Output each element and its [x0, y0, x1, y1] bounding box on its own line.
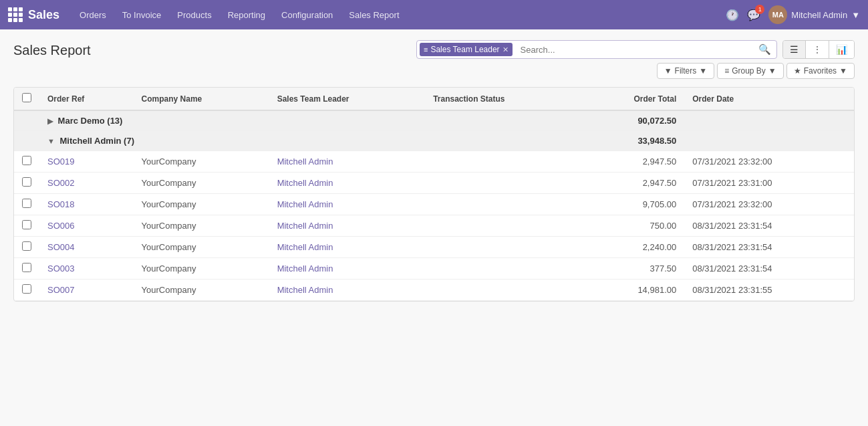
row-order-ref[interactable]: SO002	[39, 173, 134, 194]
row-checkbox[interactable]	[22, 199, 31, 208]
search-bar: ≡ Sales Team Leader ✕ 🔍	[416, 40, 777, 59]
view-toggles: ☰ ⋮ 📊	[782, 40, 855, 59]
row-status	[425, 215, 581, 237]
row-leader[interactable]: Mitchell Admin	[269, 215, 425, 237]
nav-orders[interactable]: Orders	[73, 6, 113, 24]
nav-products[interactable]: Products	[170, 6, 218, 24]
nav-to-invoice[interactable]: To Invoice	[116, 6, 168, 24]
row-date: 07/31/2021 23:31:00	[684, 173, 854, 194]
select-all-checkbox[interactable]	[22, 93, 31, 102]
user-dropdown-icon: ▼	[851, 10, 860, 20]
nav-reporting[interactable]: Reporting	[221, 6, 272, 24]
group-label[interactable]: ▶ Marc Demo (13)	[39, 110, 581, 131]
group-expand-icon: ▼	[47, 137, 55, 145]
filter-tag-sales-team-leader[interactable]: ≡ Sales Team Leader ✕	[420, 43, 513, 56]
row-date: 08/31/2021 23:31:55	[684, 280, 854, 301]
row-order-ref[interactable]: SO019	[39, 151, 134, 173]
col-transaction-status[interactable]: Transaction Status	[425, 88, 581, 110]
avatar: MA	[768, 5, 787, 24]
row-status	[425, 151, 581, 173]
nav-configuration[interactable]: Configuration	[275, 6, 339, 24]
col-company-name[interactable]: Company Name	[134, 88, 269, 110]
row-order-ref[interactable]: SO018	[39, 194, 134, 215]
row-status	[425, 173, 581, 194]
row-order-ref[interactable]: SO006	[39, 215, 134, 237]
row-checkbox[interactable]	[22, 156, 31, 165]
group-row[interactable]: ▼ Mitchell Admin (7) 33,948.50	[14, 131, 854, 151]
filters-button[interactable]: ▼ Filters ▼	[657, 63, 714, 79]
group-checkbox-col	[14, 131, 39, 151]
row-checkbox[interactable]	[22, 284, 31, 294]
favorites-dropdown-icon: ▼	[839, 66, 847, 76]
group-row[interactable]: ▶ Marc Demo (13) 90,072.50	[14, 110, 854, 131]
row-date: 08/31/2021 23:31:54	[684, 237, 854, 258]
row-leader[interactable]: Mitchell Admin	[269, 280, 425, 301]
remove-filter-tag-icon[interactable]: ✕	[502, 45, 509, 54]
row-leader[interactable]: Mitchell Admin	[269, 173, 425, 194]
table-row: SO004 YourCompany Mitchell Admin 2,240.0…	[14, 237, 854, 258]
row-total: 2,240.00	[581, 237, 684, 258]
main-content: Sales Report ≡ Sales Team Leader ✕ 🔍 ☰ ⋮…	[0, 29, 868, 426]
grid-icon	[8, 7, 23, 22]
favorites-label: Favorites	[804, 66, 837, 76]
row-checkbox[interactable]	[22, 177, 31, 187]
page-title: Sales Report	[13, 40, 91, 58]
group-date-col	[684, 131, 854, 151]
col-order-ref[interactable]: Order Ref	[39, 88, 134, 110]
col-sales-team-leader[interactable]: Sales Team Leader	[269, 88, 425, 110]
nav-sales-report[interactable]: Sales Report	[342, 6, 406, 24]
row-total: 14,981.00	[581, 280, 684, 301]
group-date-col	[684, 110, 854, 131]
star-icon: ★	[794, 66, 801, 76]
row-status	[425, 280, 581, 301]
row-checkbox-col	[14, 237, 39, 258]
row-checkbox[interactable]	[22, 263, 31, 272]
row-order-ref[interactable]: SO004	[39, 237, 134, 258]
row-leader[interactable]: Mitchell Admin	[269, 151, 425, 173]
table-row: SO002 YourCompany Mitchell Admin 2,947.5…	[14, 173, 854, 194]
row-company: YourCompany	[134, 215, 269, 237]
brand-name: Sales	[28, 8, 59, 22]
col-order-date[interactable]: Order Date	[684, 88, 854, 110]
row-status	[425, 237, 581, 258]
row-order-ref[interactable]: SO007	[39, 280, 134, 301]
row-leader[interactable]: Mitchell Admin	[269, 194, 425, 215]
row-company: YourCompany	[134, 151, 269, 173]
row-leader[interactable]: Mitchell Admin	[269, 258, 425, 280]
search-button[interactable]: 🔍	[753, 41, 776, 58]
filter-tag-label: Sales Team Leader	[430, 45, 499, 54]
row-checkbox[interactable]	[22, 241, 31, 251]
table-header-row: Order Ref Company Name Sales Team Leader…	[14, 88, 854, 110]
list-view-button[interactable]: ☰	[783, 41, 806, 58]
row-date: 07/31/2021 23:32:00	[684, 151, 854, 173]
favorites-button[interactable]: ★ Favorites ▼	[786, 63, 855, 79]
row-order-ref[interactable]: SO003	[39, 258, 134, 280]
group-total: 33,948.50	[581, 131, 684, 151]
groupby-button[interactable]: ≡ Group By ▼	[717, 63, 784, 79]
user-name: Mitchell Admin	[791, 10, 847, 20]
row-checkbox[interactable]	[22, 220, 31, 229]
kanban-view-button[interactable]: ⋮	[806, 41, 829, 58]
clock-icon[interactable]: 🕐	[726, 9, 739, 21]
page-header: Sales Report ≡ Sales Team Leader ✕ 🔍 ☰ ⋮…	[13, 40, 855, 79]
filter-icon: ▼	[664, 66, 672, 76]
row-company: YourCompany	[134, 194, 269, 215]
row-checkbox-col	[14, 194, 39, 215]
app-brand[interactable]: Sales	[8, 7, 59, 22]
table-row: SO018 YourCompany Mitchell Admin 9,705.0…	[14, 194, 854, 215]
col-order-total[interactable]: Order Total	[581, 88, 684, 110]
user-menu[interactable]: MA Mitchell Admin ▼	[768, 5, 860, 24]
groupby-label: Group By	[732, 66, 766, 76]
row-total: 9,705.00	[581, 194, 684, 215]
search-input[interactable]	[515, 42, 753, 58]
chat-badge[interactable]: 💬 1	[747, 9, 760, 21]
row-company: YourCompany	[134, 258, 269, 280]
row-company: YourCompany	[134, 280, 269, 301]
group-label[interactable]: ▼ Mitchell Admin (7)	[39, 131, 581, 151]
chart-view-button[interactable]: 📊	[829, 41, 854, 58]
row-total: 2,947.50	[581, 173, 684, 194]
row-checkbox-col	[14, 280, 39, 301]
row-checkbox-col	[14, 173, 39, 194]
row-total: 2,947.50	[581, 151, 684, 173]
row-leader[interactable]: Mitchell Admin	[269, 237, 425, 258]
